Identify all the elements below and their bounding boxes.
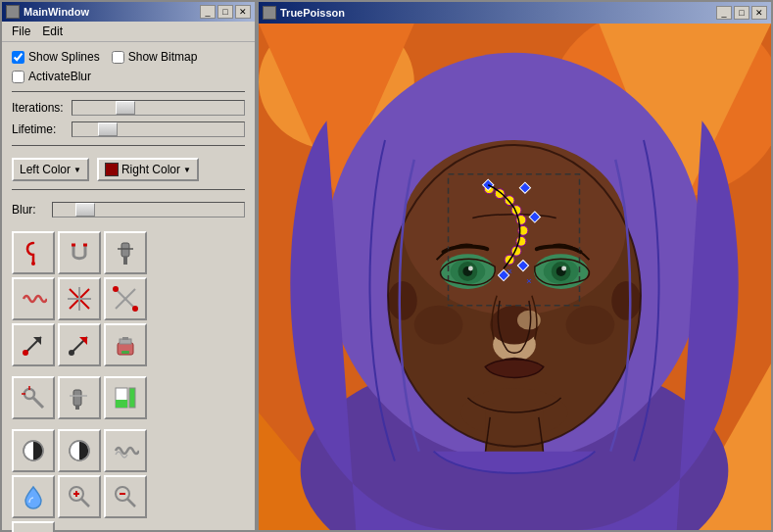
contrast2-tool[interactable] bbox=[58, 429, 101, 472]
activate-blur-checkbox[interactable] bbox=[12, 71, 24, 83]
tools-grid-2 bbox=[12, 376, 245, 419]
wave2-tool[interactable] bbox=[104, 429, 147, 472]
tp-title: TruePoisson bbox=[280, 7, 345, 19]
fill-tool[interactable] bbox=[104, 376, 147, 419]
separator3 bbox=[12, 189, 245, 190]
activate-blur-label: ActivateBlur bbox=[28, 70, 91, 83]
tp-icon bbox=[263, 6, 276, 20]
show-splines-label: Show Splines bbox=[28, 50, 100, 64]
svg-point-70 bbox=[561, 266, 566, 271]
activate-blur-item: ActivateBlur bbox=[12, 70, 91, 83]
svg-text:×: × bbox=[526, 275, 532, 286]
edit-menu[interactable]: Edit bbox=[36, 24, 69, 39]
show-splines-item: Show Splines bbox=[12, 50, 100, 64]
svg-line-25 bbox=[33, 398, 43, 408]
svg-line-39 bbox=[81, 499, 89, 507]
svg-rect-3 bbox=[121, 243, 129, 257]
panel-content: Show Splines Show Bitmap ActivateBlur It… bbox=[2, 42, 255, 532]
svg-point-16 bbox=[23, 350, 28, 356]
iterations-track[interactable] bbox=[72, 100, 245, 116]
checkboxes-row2: ActivateBlur bbox=[12, 70, 245, 83]
star-tool[interactable] bbox=[58, 277, 101, 320]
svg-point-13 bbox=[132, 306, 138, 312]
arrow2-tool[interactable] bbox=[58, 323, 101, 366]
svg-point-59 bbox=[403, 140, 626, 315]
tp-minimize-button[interactable]: _ bbox=[716, 6, 732, 20]
main-window-titlebar: MainWindow _ □ ✕ bbox=[2, 2, 255, 22]
svg-rect-28 bbox=[73, 390, 81, 406]
show-splines-checkbox[interactable] bbox=[12, 51, 24, 64]
svg-point-12 bbox=[113, 286, 119, 292]
lifetime-track[interactable] bbox=[72, 121, 245, 137]
iterations-row: Iterations: bbox=[12, 100, 245, 116]
svg-rect-29 bbox=[75, 406, 79, 410]
right-color-swatch bbox=[105, 163, 119, 176]
left-color-button[interactable]: Left Color ▼ bbox=[12, 158, 89, 181]
micro-tool[interactable] bbox=[12, 376, 55, 419]
lifetime-row: Lifetime: bbox=[12, 121, 245, 137]
svg-point-0 bbox=[31, 262, 35, 266]
svg-point-65 bbox=[468, 266, 473, 271]
svg-rect-4 bbox=[123, 257, 127, 265]
contrast-tool[interactable] bbox=[12, 429, 55, 472]
show-bitmap-checkbox[interactable] bbox=[112, 51, 124, 64]
svg-point-19 bbox=[69, 350, 74, 356]
tools-grid-3 bbox=[12, 429, 245, 532]
face-canvas: × × bbox=[259, 24, 771, 530]
checkboxes-row1: Show Splines Show Bitmap bbox=[12, 50, 245, 64]
svg-text:×: × bbox=[507, 266, 512, 276]
left-color-label: Left Color bbox=[20, 163, 71, 176]
blur-row: Blur: bbox=[12, 202, 245, 218]
tp-maximize-button[interactable]: □ bbox=[734, 6, 749, 20]
arrow-tool[interactable] bbox=[12, 323, 55, 366]
right-color-button[interactable]: Right Color ▼ bbox=[97, 158, 199, 181]
zoom-out-tool[interactable] bbox=[104, 475, 147, 518]
main-window-controls: _ □ ✕ bbox=[200, 5, 251, 19]
svg-line-43 bbox=[127, 499, 135, 507]
blur-track[interactable] bbox=[52, 202, 245, 218]
magnet-tool[interactable] bbox=[58, 231, 101, 274]
svg-point-74 bbox=[388, 281, 417, 320]
menu-bar: File Edit bbox=[2, 22, 255, 42]
lifetime-thumb[interactable] bbox=[98, 122, 118, 136]
maximize-button[interactable]: □ bbox=[217, 5, 233, 19]
tools-grid-1 bbox=[12, 231, 245, 366]
separator2 bbox=[12, 145, 245, 146]
zoom-in-tool[interactable] bbox=[58, 475, 101, 518]
main-window-icon bbox=[6, 5, 20, 19]
hand-tool[interactable] bbox=[12, 521, 55, 532]
blur-thumb[interactable] bbox=[75, 203, 95, 217]
wave-tool[interactable] bbox=[12, 277, 55, 320]
file-menu[interactable]: File bbox=[6, 24, 36, 39]
svg-point-98 bbox=[414, 306, 463, 345]
bucket-tool[interactable] bbox=[104, 323, 147, 366]
hook-tool[interactable] bbox=[12, 231, 55, 274]
svg-point-24 bbox=[24, 389, 34, 399]
minimize-button[interactable]: _ bbox=[200, 5, 216, 19]
left-color-arrow: ▼ bbox=[73, 166, 81, 174]
separator1 bbox=[12, 91, 245, 92]
svg-point-75 bbox=[611, 281, 641, 320]
iterations-thumb[interactable] bbox=[116, 101, 135, 115]
close-button[interactable]: ✕ bbox=[235, 5, 251, 19]
main-window-title: MainWindow bbox=[24, 6, 89, 18]
right-color-label: Right Color bbox=[121, 163, 180, 176]
canvas-area[interactable]: × × bbox=[259, 24, 771, 530]
svg-rect-22 bbox=[122, 337, 128, 340]
wrench-tool[interactable] bbox=[58, 376, 101, 419]
color-row: Left Color ▼ Right Color ▼ bbox=[12, 158, 245, 181]
lifetime-label: Lifetime: bbox=[12, 122, 66, 136]
tp-close-button[interactable]: ✕ bbox=[751, 6, 767, 20]
right-color-arrow: ▼ bbox=[183, 166, 191, 174]
svg-point-99 bbox=[566, 306, 615, 345]
iterations-label: Iterations: bbox=[12, 101, 66, 115]
tp-titlebar: TruePoisson _ □ ✕ bbox=[259, 2, 771, 24]
svg-rect-23 bbox=[121, 351, 129, 354]
svg-rect-33 bbox=[129, 388, 135, 408]
star2-tool[interactable] bbox=[104, 277, 147, 320]
show-bitmap-item: Show Bitmap bbox=[112, 50, 198, 64]
drop-tool[interactable] bbox=[12, 475, 55, 518]
pick-tool[interactable] bbox=[104, 231, 147, 274]
main-window: MainWindow _ □ ✕ File Edit Show Splines … bbox=[0, 0, 257, 532]
true-poisson-window: TruePoisson _ □ ✕ bbox=[257, 0, 773, 532]
